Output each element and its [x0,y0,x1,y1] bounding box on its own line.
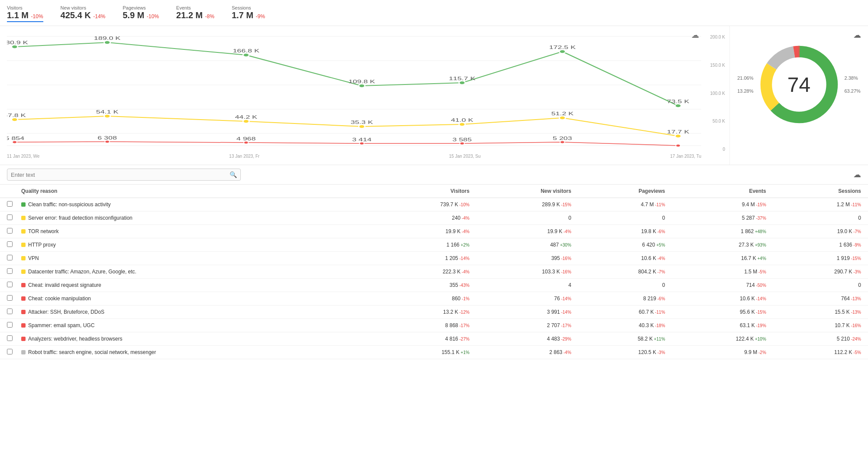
row-checkbox-10[interactable] [7,335,13,341]
donut-center-value: 74 [787,73,810,97]
donut-pct-63: 63.27% [845,88,861,94]
row-visitors: 19.9 K -4% [376,225,475,238]
row-visitors: 1 205 -14% [376,252,475,265]
row-sessions: 1 919 -15% [771,252,868,265]
stat-pageviews-label: Pageviews [123,5,159,10]
row-visitors: 155.1 K +1% [376,346,475,359]
svg-point-37 [360,142,364,145]
row-events: 714 -50% [670,279,771,292]
row-new-visitors: 0 [475,211,577,225]
row-events: 1 862 +48% [670,225,771,238]
stat-new-visitors-value: 425.4 K -14% [61,10,106,20]
row-events: 1.5 M -5% [670,265,771,279]
row-checkbox-cell [0,252,16,265]
search-box[interactable]: 🔍 [7,169,241,181]
svg-point-24 [459,123,465,126]
donut-chart-section: ☁ 21.06% 13.28% 74 [729,26,868,165]
row-checkbox-1[interactable] [7,214,13,220]
row-checkbox-8[interactable] [7,309,13,314]
line-chart-svg: 180.9 K 189.0 K 166.8 K 109.8 K 115.7 K … [7,30,701,152]
svg-point-10 [459,81,465,84]
svg-point-21 [104,114,110,118]
col-checkbox [0,185,16,198]
data-table: Quality reason Visitors New visitors Pag… [0,185,868,359]
row-label-cell: TOR network [16,225,376,238]
row-label-cell: Datacenter traffic: Amazon, Azure, Googl… [16,265,376,279]
svg-point-20 [12,118,18,121]
row-checkbox-6[interactable] [7,282,13,287]
row-sessions: 1.2 M -11% [771,198,868,211]
row-checkbox-5[interactable] [7,268,13,274]
x-label-4: 17 Jan 2023, Tu [670,154,701,159]
row-visitors: 240 -4% [376,211,475,225]
row-sessions: 0 [771,211,868,225]
row-visitors: 13.2 K -12% [376,305,475,319]
svg-text:5 203: 5 203 [553,136,572,141]
row-sessions: 290.7 K -3% [771,265,868,279]
row-checkbox-cell [0,238,16,252]
svg-text:73.5 K: 73.5 K [667,99,690,104]
stat-new-visitors-label: New visitors [61,5,106,10]
svg-point-6 [12,45,18,49]
search-input[interactable] [11,172,230,178]
svg-point-9 [359,84,365,88]
row-label: TOR network [28,228,58,234]
table-row: Clean traffic: non-suspicious activity 7… [0,198,868,211]
y-label-50k: 50.0 K [703,119,725,123]
row-new-visitors: 76 -14% [475,292,577,305]
row-label-cell: Attacker: SSH, Bruteforce, DDoS [16,305,376,319]
row-checkbox-11[interactable] [7,349,13,354]
row-checkbox-9[interactable] [7,322,13,328]
y-label-0: 0 [703,147,725,152]
stat-sessions: Sessions 1.7 M -9% [232,5,265,22]
row-new-visitors: 2 707 -17% [475,319,577,332]
svg-point-22 [243,120,249,123]
row-visitors: 355 -43% [376,279,475,292]
row-new-visitors: 395 -16% [475,252,577,265]
svg-text:54.1 K: 54.1 K [96,110,119,114]
row-new-visitors: 103.3 K -16% [475,265,577,279]
svg-point-11 [559,50,565,53]
row-checkbox-cell [0,346,16,359]
svg-text:6 308: 6 308 [97,136,117,140]
donut-pct-13: 13.28% [737,88,753,94]
row-sessions: 1 636 -9% [771,238,868,252]
row-sessions: 10.7 K -16% [771,319,868,332]
row-checkbox-2[interactable] [7,228,13,234]
table-row: TOR network 19.9 K -4% 19.9 K -4% 19.8 K… [0,225,868,238]
stat-pageviews-value: 5.9 M -10% [123,10,159,20]
donut-cloud-button[interactable]: ☁ [853,30,861,40]
row-pageviews: 40.3 K -18% [577,319,670,332]
y-label-200k: 200.0 K [703,35,725,39]
svg-text:35.3 K: 35.3 K [351,120,373,125]
table-row: Datacenter traffic: Amazon, Azure, Googl… [0,265,868,279]
row-checkbox-7[interactable] [7,295,13,301]
svg-text:189.0 K: 189.0 K [94,36,121,41]
row-checkbox-0[interactable] [7,201,13,207]
row-events: 10.6 K -14% [670,292,771,305]
table-row: Cheat: cookie manipulation 860 -1% 76 -1… [0,292,868,305]
row-label: Cheat: cookie manipulation [28,296,91,302]
row-checkbox-cell [0,211,16,225]
row-label: VPN [28,255,39,261]
row-events: 27.3 K +93% [670,238,771,252]
row-sessions: 764 -13% [771,292,868,305]
row-checkbox-cell [0,279,16,292]
row-events: 9.4 M -15% [670,198,771,211]
row-new-visitors: 19.9 K -4% [475,225,577,238]
table-cloud-button[interactable]: ☁ [853,170,861,179]
svg-text:166.8 K: 166.8 K [233,49,259,53]
row-pageviews: 60.7 K -11% [577,305,670,319]
row-new-visitors: 487 +30% [475,238,577,252]
row-label-cell: Clean traffic: non-suspicious activity [16,198,376,211]
row-events: 16.7 K +4% [670,252,771,265]
table-row: VPN 1 205 -14% 395 -16% 10.6 K -4% 16.7 … [0,252,868,265]
table-row: Analyzers: webdriver, headless browsers … [0,332,868,346]
row-checkbox-3[interactable] [7,241,13,247]
x-label-2: 13 Jan 2023, Fr [229,154,259,159]
svg-text:44.2 K: 44.2 K [235,115,257,120]
table-row: Server error: fraud detection misconfigu… [0,211,868,225]
svg-point-34 [12,141,17,143]
table-row: HTTP proxy 1 166 +2% 487 +30% 6 420 +5% … [0,238,868,252]
row-checkbox-4[interactable] [7,255,13,260]
